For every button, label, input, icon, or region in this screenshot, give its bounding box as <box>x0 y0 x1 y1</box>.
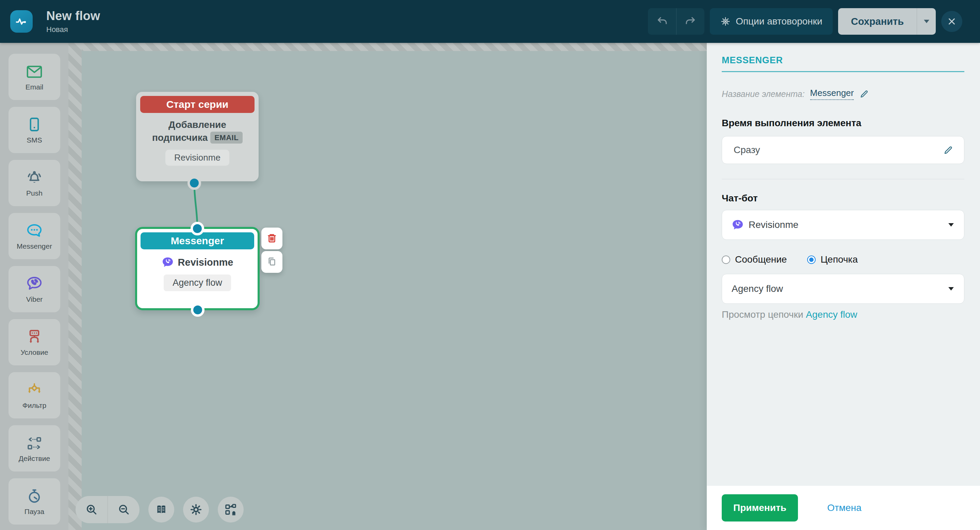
messenger-bubble-icon <box>25 222 43 240</box>
viber-icon <box>162 256 174 268</box>
chain-select[interactable]: Agency flow <box>722 274 964 304</box>
redo-button[interactable] <box>676 8 705 35</box>
filter-icon <box>25 381 43 399</box>
flow-map-icon <box>224 503 237 516</box>
element-name-label: Название элемента: <box>722 89 805 99</box>
send-type-radios: Сообщение Цепочка <box>722 254 964 265</box>
delete-node-button[interactable] <box>261 228 282 249</box>
flow-builder-app: New flow Новая <box>0 0 980 530</box>
start-node-body: Добавление подписчика EMAIL Revisionme <box>136 113 259 166</box>
header-bar: New flow Новая <box>0 0 980 43</box>
undo-redo-group <box>648 8 705 35</box>
autofunnel-options-button[interactable]: Опции автоворонки <box>710 8 833 35</box>
sidebar-item-viber[interactable]: Viber <box>8 266 60 312</box>
chatbot-label: Чат-бот <box>722 193 964 204</box>
trash-icon <box>266 232 278 245</box>
elements-sidebar: Email SMS Push Messenger <box>0 43 68 530</box>
email-icon <box>25 63 43 81</box>
radio-circle-off[interactable] <box>722 255 730 264</box>
sidebar-item-push[interactable]: Push <box>8 160 60 206</box>
zoom-out-icon <box>118 503 130 516</box>
element-name-value[interactable]: Messenger <box>810 88 854 100</box>
sidebar-item-label: Messenger <box>17 242 52 251</box>
start-node[interactable]: Старт серии Добавление подписчика EMAIL … <box>136 92 259 181</box>
close-button[interactable] <box>941 11 962 32</box>
panel-heading: MESSENGER <box>722 55 964 66</box>
channel-badge: EMAIL <box>210 132 243 144</box>
messenger-bot-row: Revisionme <box>137 256 258 268</box>
gear-icon <box>720 16 731 27</box>
app-logo-icon <box>10 10 33 33</box>
save-dropdown-button[interactable] <box>917 8 936 35</box>
chain-preview-link[interactable]: Agency flow <box>806 309 857 320</box>
canvas-settings-button[interactable] <box>183 497 209 522</box>
exec-time-input[interactable]: Сразу <box>722 136 964 164</box>
sidebar-item-label: Пауза <box>24 508 44 516</box>
cancel-button[interactable]: Отмена <box>827 503 861 513</box>
messenger-node-input-port[interactable] <box>191 222 204 235</box>
flow-canvas[interactable]: Старт серии Добавление подписчика EMAIL … <box>68 43 707 530</box>
radio-chain[interactable]: Цепочка <box>807 254 858 265</box>
page-title: New flow <box>46 9 100 23</box>
chatbot-select-value: Revisionme <box>749 219 948 230</box>
zoom-in-icon <box>85 503 98 516</box>
sidebar-item-pause[interactable]: Пауза <box>8 478 60 525</box>
sidebar-item-messenger[interactable]: Messenger <box>8 213 60 259</box>
copy-node-button[interactable] <box>261 251 282 273</box>
redo-icon <box>684 15 697 28</box>
chevron-down-icon <box>924 20 929 23</box>
apply-button[interactable]: Применить <box>722 494 798 522</box>
chain-preview-label: Просмотр цепочки <box>722 309 803 320</box>
radio-chain-label: Цепочка <box>821 254 858 265</box>
zoom-out-button[interactable] <box>108 496 140 523</box>
sidebar-item-email[interactable]: Email <box>8 54 60 100</box>
canvas-border-hatch-top <box>68 43 707 51</box>
sidebar-item-label: Фильтр <box>22 401 47 409</box>
action-icon <box>25 434 43 452</box>
panel-heading-underline <box>722 71 964 72</box>
panel-divider <box>722 179 964 179</box>
sidebar-item-condition[interactable]: Условие <box>8 319 60 365</box>
save-button-group: Сохранить <box>838 8 936 35</box>
push-bell-icon <box>25 169 43 187</box>
zoom-in-button[interactable] <box>76 496 108 523</box>
save-button[interactable]: Сохранить <box>838 8 917 35</box>
gear-icon <box>189 503 203 516</box>
zoom-controls <box>76 496 140 523</box>
edit-pencil-icon[interactable] <box>859 89 869 99</box>
panel-footer: Применить Отмена <box>707 486 980 530</box>
exec-time-label: Время выполнения элемента <box>722 118 964 129</box>
radio-message[interactable]: Сообщение <box>722 254 787 265</box>
undo-icon <box>656 15 669 28</box>
sidebar-item-action[interactable]: Действие <box>8 425 60 471</box>
header-actions: Опции автоворонки Сохранить <box>648 8 962 35</box>
minimap-button[interactable] <box>218 497 243 522</box>
start-node-tag: Revisionme <box>165 150 229 166</box>
sidebar-item-label: Viber <box>26 295 43 303</box>
messenger-node-output-port[interactable] <box>191 303 205 317</box>
book-icon <box>154 503 168 516</box>
element-name-row: Название элемента: Messenger <box>722 88 964 100</box>
sidebar-item-sms[interactable]: SMS <box>8 107 60 153</box>
radio-circle-on[interactable] <box>807 255 816 264</box>
undo-button[interactable] <box>648 8 676 35</box>
close-icon <box>947 16 957 27</box>
messenger-bot-name: Revisionme <box>178 257 234 268</box>
messenger-node-selected[interactable]: Messenger Revisionme Agency flow <box>135 227 259 310</box>
start-node-output-port[interactable] <box>188 176 201 190</box>
condition-icon <box>25 328 43 346</box>
sidebar-item-label: Email <box>25 83 43 91</box>
canvas-toolbar <box>76 496 243 523</box>
edit-pencil-icon[interactable] <box>943 144 954 156</box>
sidebar-item-filter[interactable]: Фильтр <box>8 372 60 419</box>
canvas-border-hatch-left <box>68 43 82 530</box>
viber-icon <box>25 275 43 293</box>
chevron-down-icon <box>948 223 954 227</box>
chain-preview-row: Просмотр цепочки Agency flow <box>722 309 964 320</box>
messenger-flow-tag: Agency flow <box>164 275 231 291</box>
radio-message-label: Сообщение <box>735 254 787 265</box>
chatbot-select[interactable]: Revisionme <box>722 210 964 240</box>
sms-icon <box>25 116 43 134</box>
page-subtitle: Новая <box>46 25 100 34</box>
guide-button[interactable] <box>148 497 174 522</box>
